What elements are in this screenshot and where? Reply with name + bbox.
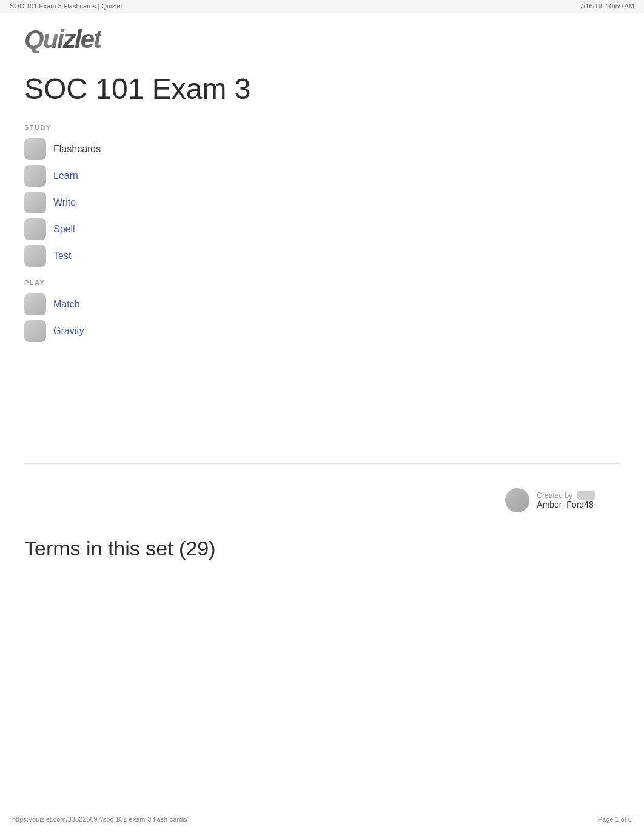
flashcards-item[interactable]: Flashcards xyxy=(24,138,620,160)
created-by-label: Created by xyxy=(537,491,572,500)
learn-item[interactable]: Learn xyxy=(24,165,620,187)
creator-badge xyxy=(577,491,595,500)
footer-page: Page 1 of 6 xyxy=(598,816,632,823)
creator-name[interactable]: Amber_Ford48 xyxy=(537,500,595,509)
creator-section: Created by Amber_Ford48 xyxy=(24,488,620,512)
play-section: PLAY Match Gravity xyxy=(24,279,620,342)
play-section-label: PLAY xyxy=(24,279,620,286)
write-icon xyxy=(24,192,46,213)
gravity-item[interactable]: Gravity xyxy=(24,320,620,342)
creator-info: Created by Amber_Ford48 xyxy=(537,491,595,509)
flashcards-icon xyxy=(24,138,46,160)
timestamp: 7/16/19, 10)50 AM xyxy=(580,2,634,10)
quizlet-logo[interactable]: Quizlet xyxy=(24,25,101,53)
page-content: Quizlet SOC 101 Exam 3 STUDY Flashcards … xyxy=(0,13,644,597)
study-section-label: STUDY xyxy=(24,124,620,131)
gravity-icon xyxy=(24,320,46,342)
footer-url: https://quizlet.com/338225697/soc-101-ex… xyxy=(12,816,188,823)
spell-item[interactable]: Spell xyxy=(24,218,620,240)
browser-bar: SOC 101 Exam 3 Flashcards | Quizlet 7/16… xyxy=(0,0,644,13)
match-icon xyxy=(24,293,46,315)
write-item[interactable]: Write xyxy=(24,192,620,213)
section-divider xyxy=(24,463,620,464)
footer: https://quizlet.com/338225697/soc-101-ex… xyxy=(0,816,644,823)
match-item[interactable]: Match xyxy=(24,293,620,315)
match-link[interactable]: Match xyxy=(53,299,80,310)
test-icon xyxy=(24,245,46,267)
test-link[interactable]: Test xyxy=(53,250,71,261)
test-item[interactable]: Test xyxy=(24,245,620,267)
write-link[interactable]: Write xyxy=(53,197,76,208)
creator-avatar xyxy=(505,488,529,512)
learn-icon xyxy=(24,165,46,187)
learn-link[interactable]: Learn xyxy=(53,170,78,181)
spell-link[interactable]: Spell xyxy=(53,224,75,235)
spell-icon xyxy=(24,218,46,240)
terms-title: Terms in this set (29) xyxy=(24,537,620,560)
gravity-link[interactable]: Gravity xyxy=(53,326,84,337)
page-title: SOC 101 Exam 3 xyxy=(24,72,620,106)
logo-area: Quizlet xyxy=(24,25,620,54)
study-section: STUDY Flashcards Learn Write Spell Test xyxy=(24,124,620,267)
flashcards-link[interactable]: Flashcards xyxy=(53,144,101,155)
tab-title: SOC 101 Exam 3 Flashcards | Quizlet xyxy=(10,2,122,10)
